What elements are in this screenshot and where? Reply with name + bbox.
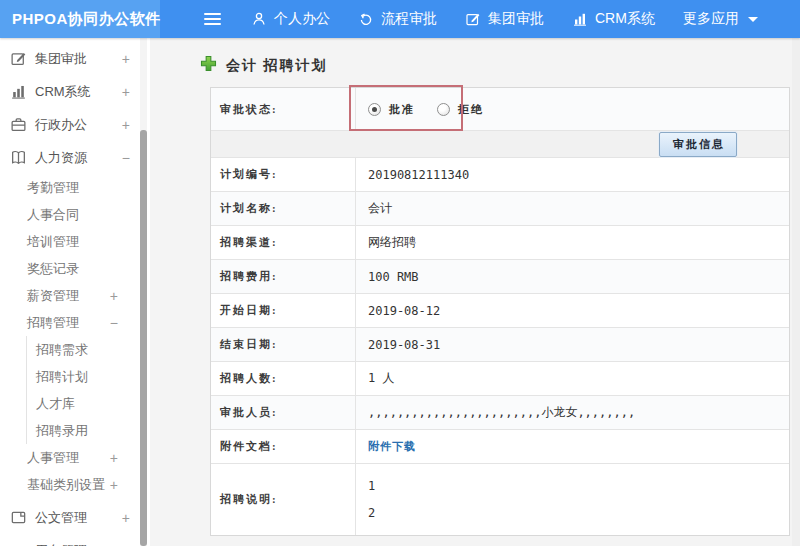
sidebar-item-label: 公文管理 xyxy=(35,509,87,527)
field-label: 招聘渠道: xyxy=(211,226,356,259)
main-content: 会计 招聘计划 审批状态: 批准 xyxy=(150,38,800,546)
sidebar-item-label: 考勤管理 xyxy=(27,179,79,197)
sidebar-item-training[interactable]: 培训管理 xyxy=(0,228,150,255)
description-line: 1 xyxy=(368,479,375,493)
edit-square-icon xyxy=(10,50,27,67)
expand-toggle[interactable]: + xyxy=(110,450,118,466)
expand-toggle[interactable]: + xyxy=(110,288,118,304)
description-line: 2 xyxy=(368,506,375,520)
button-row: 审批信息 xyxy=(211,131,789,158)
recruit-submenu: 招聘需求 招聘计划 人才库 招聘录用 xyxy=(26,336,150,444)
nav-process-approval[interactable]: 流程审批 xyxy=(344,0,451,38)
approval-status-radio-group: 批准 拒绝 xyxy=(368,102,484,117)
sidebar-item-label: 基础类别设置 xyxy=(27,476,105,494)
user-icon xyxy=(251,11,267,27)
field-row-recruit-cost: 招聘费用: 100 RMB xyxy=(211,260,789,294)
sidebar-item-vehicle[interactable]: 用车管理 + xyxy=(0,534,150,546)
field-value: 网络招聘 xyxy=(356,226,789,259)
book-icon xyxy=(10,149,27,166)
field-row-approval-status: 审批状态: 批准 拒绝 xyxy=(211,88,789,131)
expand-toggle[interactable]: − xyxy=(110,315,118,331)
expand-toggle[interactable]: + xyxy=(122,510,130,526)
field-value: 20190812111340 xyxy=(356,158,789,191)
nav-label: 集团审批 xyxy=(488,10,544,28)
radio-button-icon[interactable] xyxy=(437,103,450,116)
radio-reject[interactable]: 拒绝 xyxy=(437,102,484,117)
top-nav: 个人办公 流程审批 集团审批 xyxy=(160,0,772,38)
sidebar-item-recruit-hiring[interactable]: 招聘录用 xyxy=(27,417,150,444)
caret-down-icon xyxy=(748,17,758,22)
sidebar-item-base-categories[interactable]: 基础类别设置 + xyxy=(0,471,150,498)
page-scrollbar-track[interactable] xyxy=(792,38,800,546)
sidebar-item-recruit-demand[interactable]: 招聘需求 xyxy=(27,336,150,363)
field-row-headcount: 招聘人数: 1 人 xyxy=(211,362,789,396)
edit-square-icon xyxy=(465,11,481,27)
field-row-end-date: 结束日期: 2019-08-31 xyxy=(211,328,789,362)
sidebar-item-salary[interactable]: 薪资管理 + xyxy=(0,282,150,309)
field-label: 计划编号: xyxy=(211,158,356,191)
sidebar-item-official-docs[interactable]: 公文管理 + xyxy=(0,501,150,534)
expand-toggle[interactable]: + xyxy=(122,543,130,546)
sidebar-item-label: 人事合同 xyxy=(27,206,79,224)
field-value: 100 RMB xyxy=(356,260,789,293)
field-label: 结束日期: xyxy=(211,328,356,361)
top-bar: PHPOA协同办公软件 个人办公 流程审批 xyxy=(0,0,800,38)
field-row-plan-number: 计划编号: 20190812111340 xyxy=(211,158,789,192)
nav-group-approval[interactable]: 集团审批 xyxy=(451,0,558,38)
field-row-plan-name: 计划名称: 会计 xyxy=(211,192,789,226)
expand-toggle[interactable]: − xyxy=(122,150,130,166)
field-label: 附件文档: xyxy=(211,430,356,463)
field-label: 审批状态: xyxy=(211,88,356,130)
page-title: 会计 招聘计划 xyxy=(200,55,800,76)
radio-approve[interactable]: 批准 xyxy=(368,102,415,117)
expand-toggle[interactable]: + xyxy=(122,51,130,67)
sidebar-item-attendance[interactable]: 考勤管理 xyxy=(0,174,150,201)
field-value: 1 人 xyxy=(356,362,789,395)
expand-toggle[interactable]: + xyxy=(122,117,130,133)
app-brand: PHPOA协同办公软件 xyxy=(0,0,160,38)
field-label: 开始日期: xyxy=(211,294,356,327)
nav-more-apps[interactable]: 更多应用 xyxy=(669,0,772,38)
sidebar-item-label: 人事管理 xyxy=(27,449,79,467)
sidebar-scrollbar-thumb[interactable] xyxy=(140,130,147,546)
attachment-download-link[interactable]: 附件下载 xyxy=(368,439,416,454)
sidebar-item-human-resources[interactable]: 人力资源 − xyxy=(0,141,150,174)
field-label: 招聘说明: xyxy=(211,464,356,535)
nav-crm-system[interactable]: CRM系统 xyxy=(558,0,669,38)
sidebar-item-label: 用车管理 xyxy=(35,542,87,546)
radio-label: 批准 xyxy=(389,102,415,117)
radio-button-icon[interactable] xyxy=(368,103,381,116)
briefcase-icon xyxy=(10,116,27,133)
menu-toggle-icon[interactable] xyxy=(204,13,221,25)
sidebar-item-label: 招聘需求 xyxy=(36,341,88,359)
sidebar-item-recruit-plan[interactable]: 招聘计划 xyxy=(27,363,150,390)
field-label: 审批人员: xyxy=(211,396,356,429)
sidebar-item-talent-pool[interactable]: 人才库 xyxy=(27,390,150,417)
field-value: 2019-08-12 xyxy=(356,294,789,327)
sidebar-item-label: 薪资管理 xyxy=(27,287,79,305)
sidebar-item-recruit-management[interactable]: 招聘管理 − xyxy=(0,309,150,336)
approval-info-button[interactable]: 审批信息 xyxy=(659,132,737,157)
sidebar-item-hr-contract[interactable]: 人事合同 xyxy=(0,201,150,228)
sidebar-item-label: 招聘录用 xyxy=(36,422,88,440)
sidebar-item-label: 人力资源 xyxy=(35,149,87,167)
nav-label: 更多应用 xyxy=(683,10,739,28)
sidebar-item-crm[interactable]: CRM系统 + xyxy=(0,75,150,108)
radio-label: 拒绝 xyxy=(458,102,484,117)
sidebar-item-label: 行政办公 xyxy=(35,116,87,134)
expand-toggle[interactable]: + xyxy=(110,477,118,493)
sidebar-item-group-approval[interactable]: 集团审批 + xyxy=(0,42,150,75)
sidebar-item-admin-office[interactable]: 行政办公 + xyxy=(0,108,150,141)
expand-toggle[interactable]: + xyxy=(122,84,130,100)
sidebar-item-label: 培训管理 xyxy=(27,233,79,251)
field-label: 招聘人数: xyxy=(211,362,356,395)
field-value: 会计 xyxy=(356,192,789,225)
sidebar-item-personnel[interactable]: 人事管理 + xyxy=(0,444,150,471)
field-label: 计划名称: xyxy=(211,192,356,225)
car-icon xyxy=(10,542,27,546)
nav-personal-office[interactable]: 个人办公 xyxy=(237,0,344,38)
add-plus-icon[interactable] xyxy=(200,55,217,76)
approval-form: 审批状态: 批准 拒绝 xyxy=(210,87,790,536)
field-row-recruit-channel: 招聘渠道: 网络招聘 xyxy=(211,226,789,260)
sidebar-item-reward-punishment[interactable]: 奖惩记录 xyxy=(0,255,150,282)
